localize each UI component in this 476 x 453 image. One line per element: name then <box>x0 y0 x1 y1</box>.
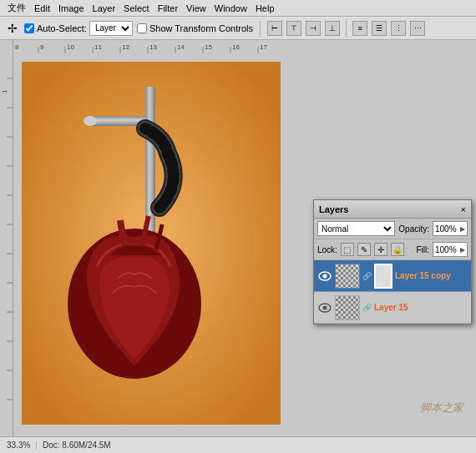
lock-label: Lock: <box>317 245 337 254</box>
svg-text:9: 9 <box>40 43 44 51</box>
ruler-horizontal: 8 9 10 11 12 13 14 15 16 17 <box>13 40 476 53</box>
canvas-area: Layers × Normal Opacity: 100% ▶ Lock: ⬚ … <box>13 53 476 436</box>
lock-position-icon[interactable]: ✛ <box>374 243 387 256</box>
menu-help[interactable]: Help <box>251 2 279 15</box>
svg-text:1: 1 <box>1 89 8 93</box>
show-transform-label: Show Transform Controls <box>149 23 253 33</box>
layer-thumb-mask <box>374 264 392 289</box>
watermark: 脚本之家 <box>420 400 463 415</box>
layer-thumb-main <box>335 264 360 289</box>
layers-title-bar: Layers × <box>314 200 471 219</box>
lock-image-icon[interactable]: ✎ <box>357 243 371 256</box>
layer-select[interactable]: Layer <box>89 21 133 36</box>
menu-edit[interactable]: Edit <box>30 2 54 15</box>
menu-select[interactable]: Select <box>119 2 154 15</box>
layer-name-original: Layer 15 <box>374 303 468 312</box>
svg-text:8: 8 <box>15 43 19 51</box>
menu-window[interactable]: Window <box>210 2 251 15</box>
menu-filter[interactable]: Filter <box>154 2 182 15</box>
dist3-icon[interactable]: ⋮ <box>391 21 406 36</box>
layer-thumb-main-2 <box>335 295 360 320</box>
layer-row-copy[interactable]: 🔗 Layer 15 copy <box>314 260 471 292</box>
fill-arrow[interactable]: ▶ <box>460 246 465 254</box>
dist1-icon[interactable]: ≡ <box>352 21 367 36</box>
ruler-vertical: 1 <box>0 53 13 436</box>
svg-point-41 <box>323 305 327 310</box>
align-left-icon[interactable]: ⊢ <box>267 21 282 36</box>
lock-fill-row: Lock: ⬚ ✎ ✛ 🔒 Fill: 100% ▶ <box>314 239 471 260</box>
opacity-arrow[interactable]: ▶ <box>460 225 465 233</box>
menu-layer[interactable]: Layer <box>89 2 120 15</box>
svg-text:16: 16 <box>232 43 240 51</box>
menu-view[interactable]: View <box>182 2 210 15</box>
layer-row-original[interactable]: 🔗 Layer 15 <box>314 292 471 324</box>
dist4-icon[interactable]: ⋯ <box>410 21 425 36</box>
align-top-icon[interactable]: ⊥ <box>325 21 340 36</box>
fill-value: 100% <box>435 245 460 254</box>
layer-chain-icon: 🔗 <box>362 272 372 280</box>
svg-text:10: 10 <box>67 43 74 51</box>
layers-asterisk: × <box>461 204 466 214</box>
doc-size: Doc: 8.60M/24.5M <box>43 440 111 450</box>
svg-text:14: 14 <box>177 43 185 51</box>
opacity-label: Opacity: <box>398 224 429 234</box>
blend-mode-select[interactable]: Normal <box>317 221 395 236</box>
align-right-icon[interactable]: ⊣ <box>306 21 321 36</box>
ruler-corner <box>0 40 13 53</box>
menu-file[interactable]: 文件 <box>3 0 30 16</box>
move-tool-icon: ✢ <box>5 21 20 36</box>
align-center-icon[interactable]: ⊤ <box>286 21 301 36</box>
layer-visibility-icon-2[interactable] <box>317 300 332 315</box>
lock-transparent-icon[interactable]: ⬚ <box>341 243 354 256</box>
svg-text:13: 13 <box>149 43 157 51</box>
layers-panel: Layers × Normal Opacity: 100% ▶ Lock: ⬚ … <box>313 199 472 325</box>
fill-label: Fill: <box>416 245 429 254</box>
opacity-value: 100% <box>435 224 460 234</box>
lock-all-icon[interactable]: 🔒 <box>391 243 404 256</box>
svg-text:11: 11 <box>94 43 102 51</box>
show-transform-checkbox[interactable] <box>137 23 147 33</box>
layer-name-copy: Layer 15 copy <box>395 271 468 280</box>
svg-text:17: 17 <box>260 43 267 51</box>
statusbar: 33.3% | Doc: 8.60M/24.5M <box>0 436 476 453</box>
auto-select-label: Auto-Select: <box>37 23 87 33</box>
blend-opacity-row: Normal Opacity: 100% ▶ <box>314 219 471 239</box>
layer-visibility-icon[interactable] <box>317 269 332 284</box>
zoom-level: 33.3% <box>7 440 30 450</box>
svg-text:12: 12 <box>122 43 129 51</box>
menu-image[interactable]: Image <box>54 2 89 15</box>
svg-text:15: 15 <box>205 43 212 51</box>
svg-point-39 <box>323 274 327 278</box>
layer-chain-icon-2: 🔗 <box>362 304 372 312</box>
svg-point-36 <box>84 116 97 126</box>
layers-title: Layers <box>319 204 348 214</box>
dist2-icon[interactable]: ☰ <box>372 21 387 36</box>
auto-select-checkbox[interactable] <box>24 23 34 33</box>
artboard <box>22 62 281 425</box>
